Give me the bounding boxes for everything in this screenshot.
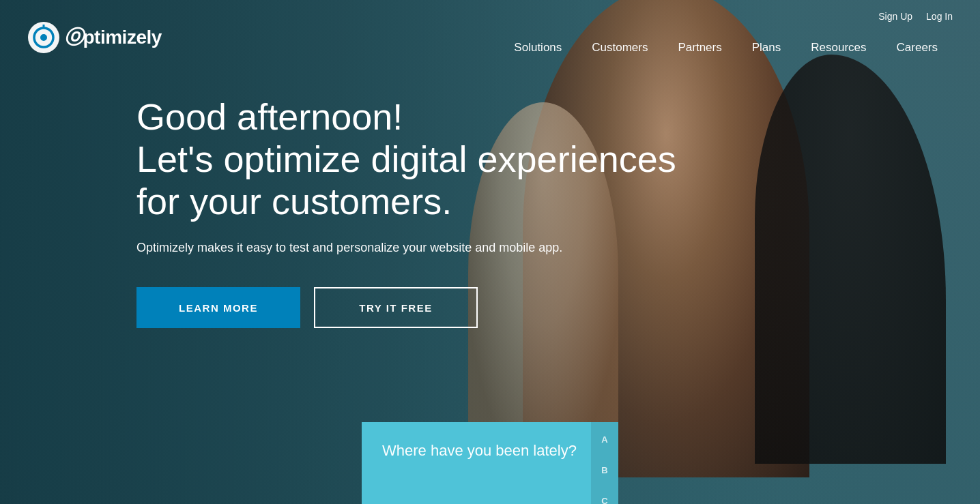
popup-card-sidebar: A B C	[591, 422, 618, 504]
popup-letter-c: C	[601, 496, 607, 505]
try-it-free-button[interactable]: TRY IT FREE	[314, 287, 478, 328]
popup-letter-b: B	[601, 465, 607, 475]
log-in-link[interactable]: Log In	[926, 11, 953, 22]
logo-link[interactable]: ⓞptimizely	[27, 21, 162, 54]
logo-wordmark: ⓞptimizely	[64, 25, 162, 50]
hero-section: ⓞptimizely Sign Up Log In Solutions Cust…	[0, 0, 980, 504]
sign-up-link[interactable]: Sign Up	[878, 11, 912, 22]
nav-solutions[interactable]: Solutions	[499, 41, 577, 55]
logo-icon	[27, 21, 60, 54]
nav-customers[interactable]: Customers	[577, 41, 663, 55]
svg-point-2	[40, 34, 47, 41]
popup-card-text: Where have you been lately?	[382, 441, 598, 461]
main-nav: Solutions Customers Partners Plans Resou…	[499, 41, 953, 55]
nav-careers[interactable]: Careers	[882, 41, 953, 55]
learn-more-button[interactable]: LEARN MORE	[136, 287, 300, 328]
header: ⓞptimizely Sign Up Log In Solutions Cust…	[0, 0, 980, 75]
nav-plans[interactable]: Plans	[737, 41, 796, 55]
hero-subtext: Optimizely makes it easy to test and per…	[136, 239, 573, 257]
hero-buttons: LEARN MORE TRY IT FREE	[136, 287, 980, 328]
header-top-links: Sign Up Log In	[878, 11, 953, 22]
hero-headline: Good afternoon! Let's optimize digital e…	[136, 95, 696, 222]
popup-letter-a: A	[601, 434, 607, 445]
nav-resources[interactable]: Resources	[796, 41, 881, 55]
nav-partners[interactable]: Partners	[663, 41, 736, 55]
popup-card[interactable]: Where have you been lately? A B C	[362, 422, 618, 504]
